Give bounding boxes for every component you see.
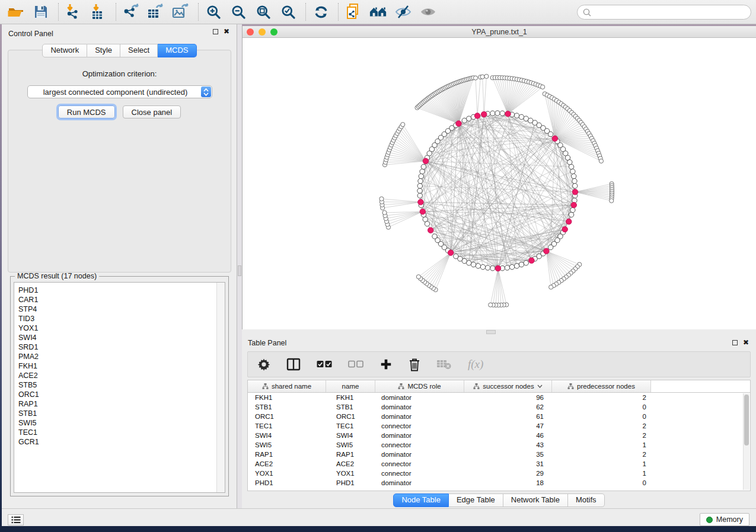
- table-cell[interactable]: ORC1: [248, 412, 326, 421]
- mcds-result-node[interactable]: TEC1: [18, 428, 225, 437]
- export-image-icon[interactable]: [172, 3, 190, 21]
- maximize-traffic-light[interactable]: [270, 28, 277, 36]
- float-window-icon[interactable]: [732, 340, 738, 345]
- table-row[interactable]: RAP1RAP1dominator352: [248, 450, 750, 459]
- graph-hub-node[interactable]: [428, 227, 433, 233]
- table-settings-icon[interactable]: [257, 358, 270, 371]
- hide-eye-icon[interactable]: [394, 3, 412, 21]
- vertical-splitter[interactable]: [237, 24, 242, 508]
- table-cell[interactable]: 46: [464, 431, 552, 440]
- table-row[interactable]: SWI5SWI5connector431: [248, 440, 750, 450]
- graph-hub-node[interactable]: [495, 265, 501, 271]
- table-cell[interactable]: dominator: [375, 450, 464, 459]
- table-cell[interactable]: SWI5: [326, 440, 375, 450]
- graph-node[interactable]: [417, 184, 422, 188]
- deselect-all-rows-icon[interactable]: [348, 360, 363, 368]
- criterion-dropdown[interactable]: largest connected component (undirected): [27, 85, 212, 98]
- import-network-icon[interactable]: [65, 3, 82, 21]
- table-cell[interactable]: 29: [464, 469, 552, 478]
- mcds-result-node[interactable]: STB1: [18, 409, 225, 418]
- tab-network[interactable]: Network: [42, 44, 87, 57]
- table-cell[interactable]: 0: [552, 412, 651, 421]
- table-cell[interactable]: FKH1: [326, 393, 375, 402]
- table-cell[interactable]: 2: [552, 450, 651, 459]
- import-table-icon[interactable]: [90, 3, 107, 21]
- table-cell[interactable]: 2: [552, 431, 651, 440]
- mcds-result-node[interactable]: YOX1: [18, 323, 225, 333]
- graph-node[interactable]: [476, 264, 480, 268]
- graph-node[interactable]: [467, 116, 471, 121]
- network-graph-canvas[interactable]: [243, 38, 756, 329]
- table-cell[interactable]: connector: [375, 469, 464, 478]
- graph-node[interactable]: [495, 111, 500, 116]
- graph-hub-node[interactable]: [420, 209, 426, 214]
- graph-node[interactable]: [514, 264, 519, 268]
- table-cell[interactable]: connector: [375, 459, 464, 469]
- graph-hub-node[interactable]: [572, 189, 578, 195]
- graph-node[interactable]: [480, 264, 485, 269]
- graph-node[interactable]: [417, 193, 422, 198]
- column-header-name[interactable]: name: [326, 380, 375, 392]
- zoom-in-icon[interactable]: [205, 3, 222, 21]
- graph-node[interactable]: [599, 159, 603, 163]
- table-cell[interactable]: RAP1: [248, 450, 326, 459]
- graph-node[interactable]: [420, 169, 425, 174]
- table-cell[interactable]: 2: [552, 393, 651, 402]
- tab-select[interactable]: Select: [120, 44, 158, 57]
- run-mcds-button[interactable]: Run MCDS: [58, 105, 115, 118]
- mcds-result-node[interactable]: GCR1: [18, 437, 225, 447]
- graph-node[interactable]: [401, 123, 405, 127]
- table-cell[interactable]: ORC1: [326, 412, 375, 421]
- mcds-result-node[interactable]: PMA2: [18, 352, 225, 361]
- table-cell[interactable]: 2: [552, 421, 651, 431]
- graph-node[interactable]: [473, 76, 477, 80]
- graph-hub-node[interactable]: [562, 226, 568, 232]
- close-traffic-light[interactable]: [247, 28, 254, 36]
- graph-hub-node[interactable]: [566, 219, 572, 225]
- table-cell[interactable]: dominator: [375, 393, 464, 402]
- graph-node[interactable]: [524, 261, 528, 265]
- select-all-rows-icon[interactable]: [317, 360, 332, 368]
- graph-node[interactable]: [548, 132, 553, 136]
- tab-edge-table[interactable]: Edge Table: [449, 493, 503, 507]
- refresh-icon[interactable]: [312, 3, 330, 21]
- table-cell[interactable]: 1: [552, 459, 651, 469]
- memory-button[interactable]: Memory: [700, 513, 749, 526]
- table-cell[interactable]: 0: [552, 478, 651, 488]
- graph-node[interactable]: [500, 111, 505, 116]
- mcds-result-node[interactable]: STP4: [18, 305, 225, 314]
- graph-node[interactable]: [571, 174, 576, 178]
- graph-node[interactable]: [423, 217, 428, 222]
- table-row[interactable]: YOX1YOX1connector291: [248, 469, 750, 478]
- table-cell[interactable]: dominator: [375, 402, 464, 412]
- column-layout-icon[interactable]: [286, 358, 301, 371]
- graph-node[interactable]: [569, 212, 573, 217]
- mcds-result-node[interactable]: TID3: [18, 314, 225, 323]
- mcds-result-node[interactable]: SRD1: [18, 342, 225, 352]
- graph-node[interactable]: [541, 85, 545, 89]
- graph-node[interactable]: [519, 114, 524, 119]
- table-row[interactable]: PHD1PHD1dominator180: [248, 478, 750, 488]
- splitter-grip[interactable]: [486, 330, 496, 334]
- close-panel-button[interactable]: Close panel: [123, 105, 181, 118]
- scrollbar-thumb[interactable]: [744, 395, 749, 446]
- add-column-icon[interactable]: [379, 358, 393, 371]
- table-cell[interactable]: 1: [552, 469, 651, 478]
- graph-node[interactable]: [514, 113, 519, 118]
- float-window-icon[interactable]: [213, 29, 218, 34]
- graph-hub-node[interactable]: [552, 136, 558, 142]
- table-cell[interactable]: STB1: [326, 402, 375, 412]
- table-cell[interactable]: RAP1: [326, 450, 375, 459]
- column-header-predecessor-nodes[interactable]: predecessor nodes: [552, 380, 651, 392]
- graph-node[interactable]: [569, 164, 573, 169]
- column-header-MCDS-role[interactable]: MCDS role: [375, 380, 464, 392]
- table-row[interactable]: SWI4SWI4dominator462: [248, 431, 750, 440]
- table-scrollbar[interactable]: [743, 393, 749, 490]
- mcds-result-node[interactable]: PHD1: [18, 286, 225, 295]
- network-window-titlebar[interactable]: YPA_prune.txt_1: [243, 26, 756, 38]
- graph-node[interactable]: [379, 197, 384, 201]
- graph-node[interactable]: [454, 254, 458, 258]
- graph-node[interactable]: [382, 210, 387, 214]
- graph-node[interactable]: [471, 262, 476, 267]
- graph-node[interactable]: [509, 264, 514, 269]
